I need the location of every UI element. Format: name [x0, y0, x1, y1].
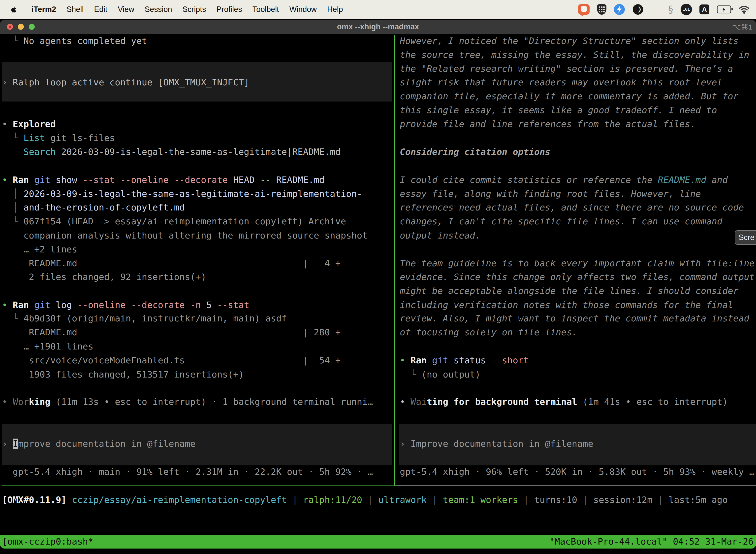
wifi-icon[interactable] [739, 5, 750, 14]
menu-item-scripts[interactable]: Scripts [177, 5, 211, 14]
menu-item-toolbelt[interactable]: Toolbelt [247, 5, 284, 14]
text-segment: 1903 files changed, 513517 insertions(+) [2, 369, 244, 380]
text-segment [66, 495, 72, 505]
screen-share-overlay: Scre [735, 230, 756, 245]
text-segment: git ls-files [45, 133, 115, 143]
terminal-line: However, I noticed the "Directory Struct… [400, 34, 738, 48]
text-segment: README.md [658, 175, 706, 185]
menu-item-profiles[interactable]: Profiles [211, 5, 247, 14]
menu-item-edit[interactable]: Edit [89, 5, 112, 14]
text-segment: └ [2, 36, 23, 46]
text-segment: --stat [77, 175, 115, 185]
overlay-label: Scre [739, 233, 755, 242]
text-segment: Considering citation options [400, 147, 550, 157]
terminal-line: └ No agents completed yet [2, 34, 147, 48]
text-segment: Search [23, 147, 56, 157]
text-segment: | [577, 495, 593, 505]
text-segment: 2026-03-09-is-legal-the-same-as-legitima… [56, 147, 341, 157]
text-segment: Ran [13, 175, 29, 185]
text-segment: last:5m ago [669, 495, 728, 505]
terminal-line: src/voice/voiceModeEnabled.ts | 54 + [2, 353, 340, 367]
text-segment: └ [400, 369, 422, 380]
menu-item-help[interactable]: Help [322, 5, 348, 14]
terminal-line: the "Related research writing" section i… [400, 62, 733, 76]
text-segment: essay file, along with finding root file… [400, 189, 701, 199]
text-segment: | [427, 495, 443, 505]
terminal-line: … +1901 lines [2, 340, 93, 353]
tmux-host-clock: "MacBook-Pro-44.local" 04:52 31-Mar-26 [549, 535, 754, 549]
terminal-line: README.md | 280 + [2, 325, 340, 339]
terminal-line: │ and-the-erosion-of-copyleft.md [2, 201, 185, 214]
squiggle-icon[interactable]: § [668, 4, 673, 15]
text-segment: --stat [211, 300, 249, 310]
text-segment: src/voice/voiceModeEnabled.ts | 54 + [2, 355, 340, 365]
text-segment: the "Related research writing" section i… [400, 63, 733, 74]
text-segment: the source tree, missing the essay. Stil… [400, 50, 749, 60]
text-segment: README.md [271, 175, 325, 185]
apple-icon[interactable] [9, 5, 18, 14]
text-segment: companion analysis without altering the … [2, 230, 368, 240]
text-segment: show [50, 175, 77, 185]
text-segment: references need actual files, and since … [400, 202, 744, 213]
terminal-line: • Ran git show --stat --oneline --decora… [2, 173, 325, 187]
terminal-line: 1903 files changed, 513517 insertions(+) [2, 368, 244, 382]
text-segment: │ [2, 189, 23, 199]
text-segment: (11m 13s • esc to interrupt) [50, 397, 206, 407]
text-segment: changes, I can't cite specific file line… [400, 216, 722, 226]
menu-item-view[interactable]: View [113, 5, 140, 14]
text-segment: gpt-5.4 xhigh · 96% left · 520K in · 5.8… [400, 466, 755, 477]
text-segment: · 1 background terminal runni… [206, 397, 373, 407]
dots-grid-icon[interactable] [651, 5, 661, 14]
text-segment: • [2, 397, 13, 407]
terminal-line: › Ralph loop active continue [OMX_TMUX_I… [2, 75, 249, 89]
text-segment: output instead. [400, 230, 481, 240]
terminal-line: provide file and line references from th… [400, 117, 695, 131]
text-segment: --decorate [126, 300, 185, 310]
text-segment: slight risk that future readers may over… [400, 77, 722, 88]
terminal-line: companion file, especially if more comme… [400, 89, 738, 103]
menu-item-iterm2[interactable]: iTerm2 [26, 5, 61, 14]
text-segment: │ [2, 202, 23, 213]
battery-charging-icon[interactable] [717, 5, 731, 13]
menu-item-session[interactable]: Session [139, 5, 177, 14]
text-segment: --short [486, 355, 529, 365]
left-pane-bottom-border [1, 486, 395, 486]
text-segment: review. Also, I might want to inspect th… [400, 313, 749, 323]
pane-divider-vertical[interactable] [394, 35, 395, 486]
text-segment: --decorate [169, 175, 228, 185]
battery-percent-icon[interactable]: ..61 [681, 4, 692, 15]
terminal-line: changes, I can't cite specific file line… [400, 214, 722, 228]
text-segment: of focusing solely on file lines. [400, 327, 577, 337]
text-segment [427, 355, 432, 365]
menu-item-window[interactable]: Window [284, 5, 322, 14]
input-source-icon[interactable]: A [699, 4, 709, 14]
text-segment: evidence. Since this change only affects… [400, 272, 755, 282]
terminal-line: evidence. Since this change only affects… [400, 270, 755, 284]
terminal-line: README.md | 4 + [2, 257, 340, 270]
chat-icon[interactable] [578, 4, 589, 15]
text-segment: Wor [13, 397, 29, 407]
menu-items: iTerm2ShellEditViewSessionScriptsProfile… [26, 5, 348, 14]
text-segment: › [2, 439, 13, 449]
shield-grid-icon[interactable] [597, 4, 607, 15]
text-segment: session:12m [593, 495, 652, 505]
text-segment: | [652, 495, 669, 505]
text-segment [2, 147, 23, 157]
terminal-line: of focusing solely on file lines. [400, 325, 577, 339]
text-segment: • [2, 119, 13, 129]
text-segment: gpt-5.4 xhigh · main · 91% left · 2.31M … [2, 466, 373, 477]
text-segment: The team guideline is to back every impo… [400, 258, 755, 268]
text-segment [29, 300, 34, 310]
crescent-icon[interactable] [632, 4, 644, 15]
text-segment: List [23, 133, 45, 143]
terminal-line: • Ran git log --oneline --decorate -n 5 … [2, 298, 249, 312]
text-segment: king [29, 397, 50, 407]
menu-item-shell[interactable]: Shell [61, 5, 89, 14]
bolt-badge-icon[interactable] [614, 4, 625, 15]
text-segment: -- [255, 175, 271, 185]
text-segment: ting for background terminal [427, 397, 577, 407]
terminal-line: Search 2026-03-09-is-legal-the-same-as-l… [2, 145, 340, 159]
terminal-line: • Explored [2, 117, 56, 131]
text-segment: log [50, 300, 72, 310]
terminal-line: output instead. [400, 229, 481, 242]
